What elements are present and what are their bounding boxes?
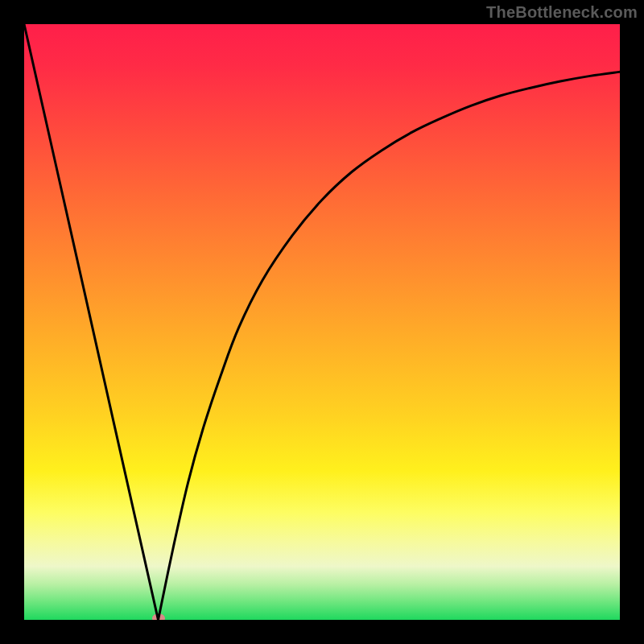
curve-path — [24, 24, 620, 620]
chart-frame: TheBottleneck.com — [0, 0, 644, 644]
curve-svg — [24, 24, 620, 620]
watermark-text: TheBottleneck.com — [486, 3, 638, 22]
plot-area — [24, 24, 620, 620]
